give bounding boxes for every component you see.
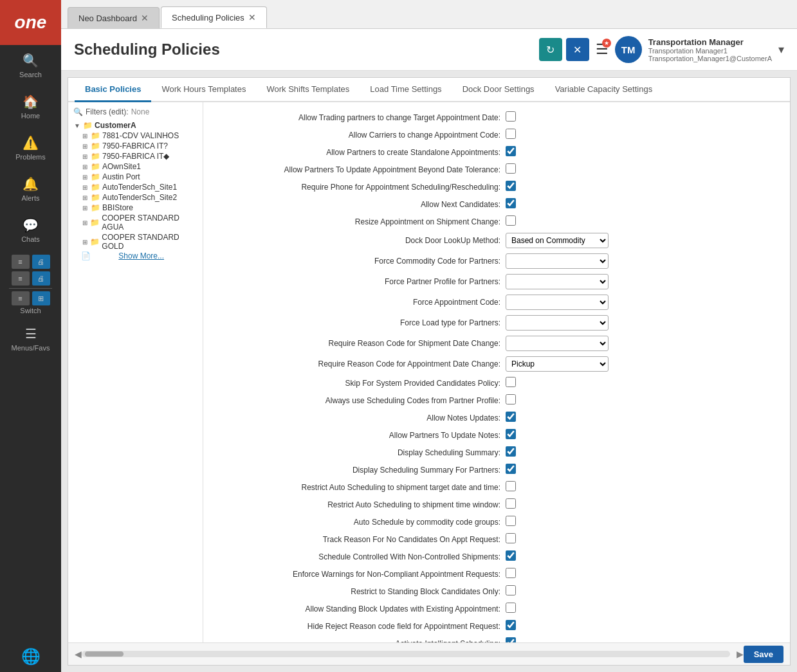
save-button[interactable]: Save: [744, 646, 783, 663]
tab-neo-dashboard[interactable]: Neo Dashboard ✕: [68, 7, 160, 28]
tree-item-show-more[interactable]: 📄 Show More...: [81, 251, 197, 260]
force-partner-profile-select[interactable]: [506, 274, 609, 289]
allow-next-candidates-checkbox[interactable]: [506, 198, 516, 208]
dock-door-lookup-select[interactable]: Based on Commodity Manual Automatic: [506, 233, 609, 248]
close-button[interactable]: ✕: [566, 38, 589, 61]
require-reason-appointment-label: Require Reason Code for Appointment Date…: [216, 359, 506, 368]
allow-partners-standalone-checkbox[interactable]: [506, 146, 516, 156]
resize-appointment-checkbox[interactable]: [506, 215, 516, 226]
force-appointment-code-select[interactable]: [506, 295, 609, 310]
always-use-scheduling-checkbox[interactable]: [506, 394, 516, 404]
require-reason-shipment-control: [506, 336, 609, 351]
track-reason-checkbox[interactable]: [506, 533, 516, 543]
require-reason-appointment-control: Pickup Delivery: [506, 356, 609, 372]
tree-folder-icon: 📁: [91, 141, 100, 150]
tree-item-fabrica2[interactable]: ⊞ 📁 7950-FABRICA IT◆: [81, 151, 197, 161]
tree-root-label: CustomerA: [95, 121, 136, 130]
form-row-restrict-auto-window: Restrict Auto Scheduling to shipment tim…: [216, 496, 777, 513]
allow-carriers-checkbox[interactable]: [506, 129, 516, 139]
tree-item-autotender2[interactable]: ⊞ 📁 AutoTenderSch_Site2: [81, 192, 197, 203]
tree-item-autotender1[interactable]: ⊞ 📁 AutoTenderSch_Site1: [81, 182, 197, 192]
sidebar-item-search[interactable]: 🔍 Search: [0, 45, 61, 86]
allow-standing-block-checkbox[interactable]: [506, 603, 516, 613]
show-more-link[interactable]: Show More...: [95, 251, 164, 260]
skip-system-checkbox[interactable]: [506, 377, 516, 387]
sub-tab-work-shifts[interactable]: Work Shifts Templates: [256, 78, 360, 102]
require-reason-shipment-select[interactable]: [506, 336, 609, 351]
tree-item-aownsite1[interactable]: ⊞ 📁 AOwnSite1: [81, 161, 197, 172]
tree-expand-fabrica2[interactable]: ⊞: [81, 153, 89, 160]
restrict-standing-checkbox[interactable]: [506, 585, 516, 595]
auto-schedule-commodity-control: [506, 516, 516, 528]
require-reason-appointment-select[interactable]: Pickup Delivery: [506, 356, 609, 372]
bottom-bar: ◀ ▶ Save: [68, 642, 790, 665]
sidebar-item-alerts[interactable]: 🔔 Alerts: [0, 168, 61, 210]
sidebar-item-menus[interactable]: ☰ Menus/Favs: [0, 318, 61, 359]
force-load-type-select[interactable]: [506, 315, 609, 331]
tree-expand-bbi[interactable]: ⊞: [81, 204, 89, 212]
tree-item-austin-port[interactable]: ⊞ 📁 Austin Port: [81, 172, 197, 182]
tree-expand-cooper-agua[interactable]: ⊞: [81, 219, 88, 226]
sub-tab-load-time[interactable]: Load Time Settings: [360, 78, 452, 102]
display-summary-partners-checkbox[interactable]: [506, 464, 516, 474]
tree-expand-at2[interactable]: ⊞: [81, 194, 89, 201]
require-phone-checkbox[interactable]: [506, 181, 516, 191]
sidebar-bottom: 🌐: [21, 648, 41, 672]
tab-close-scheduling[interactable]: ✕: [248, 12, 256, 23]
enforce-warnings-label: Enforce Warnings for Non-Compliant Appoi…: [216, 570, 506, 579]
tree-item-cooper-agua[interactable]: ⊞ 📁 COOPER STANDARD AGUA: [81, 213, 197, 232]
switch-icons-row1: ≡ 🖨: [12, 255, 50, 269]
horizontal-scrollbar[interactable]: [82, 651, 730, 657]
form-row-allow-carriers: Allow Carriers to change Appointment Cod…: [216, 126, 777, 143]
globe-icon[interactable]: 🌐: [21, 648, 41, 666]
refresh-button[interactable]: ↻: [539, 38, 562, 61]
sidebar-item-chats[interactable]: 💬 Chats: [0, 210, 61, 251]
sidebar-item-home[interactable]: 🏠 Home: [0, 86, 61, 127]
activate-intelligent-checkbox[interactable]: [506, 637, 516, 642]
allow-carriers-label: Allow Carriers to change Appointment Cod…: [216, 131, 506, 140]
tree-root-toggle[interactable]: ▼: [73, 122, 81, 129]
tree-expand-cooper-gold[interactable]: ⊞: [81, 239, 88, 246]
scroll-right-icon[interactable]: ▶: [737, 649, 744, 659]
user-dropdown-arrow[interactable]: ▾: [778, 42, 784, 57]
tree-item-cooper-gold[interactable]: ⊞ 📁 COOPER STANDARD GOLD: [81, 232, 197, 251]
hide-reject-checkbox[interactable]: [506, 620, 516, 630]
tree-expand-aownsite1[interactable]: ⊞: [81, 163, 89, 170]
display-summary-checkbox[interactable]: [506, 446, 516, 457]
scroll-left-icon[interactable]: ◀: [75, 649, 82, 659]
allow-notes-checkbox[interactable]: [506, 412, 516, 422]
allow-partners-update-checkbox[interactable]: [506, 163, 516, 174]
sub-tab-variable-capacity[interactable]: Variable Capacity Settings: [545, 78, 663, 102]
form-row-skip-system: Skip For System Provided Candidates Poli…: [216, 374, 777, 392]
allow-partners-notes-checkbox[interactable]: [506, 429, 516, 439]
sub-tab-dock-door[interactable]: Dock Door Settings: [452, 78, 545, 102]
tree-expand-at1[interactable]: ⊞: [81, 184, 89, 191]
menu-icon-wrap[interactable]: ☰ ★: [596, 41, 609, 58]
switch-icons-row3: ≡ ⊞: [12, 291, 50, 305]
sidebar-item-switch[interactable]: ≡ 🖨 ≡ 🖨 ≡ ⊞ Switch: [0, 251, 61, 318]
tree-item-label: BBIStore: [102, 203, 133, 212]
restrict-auto-window-checkbox[interactable]: [506, 498, 516, 509]
tab-scheduling-policies[interactable]: Scheduling Policies ✕: [161, 6, 267, 28]
tree-root-item[interactable]: ▼ 📁 CustomerA: [73, 120, 197, 131]
force-commodity-select[interactable]: [506, 253, 609, 269]
tab-close-neo[interactable]: ✕: [141, 13, 149, 23]
allow-trading-checkbox[interactable]: [506, 111, 516, 122]
restrict-auto-target-checkbox[interactable]: [506, 481, 516, 491]
auto-schedule-commodity-checkbox[interactable]: [506, 516, 516, 526]
tree-expand-valinhos[interactable]: ⊞: [81, 132, 89, 140]
topbar: Neo Dashboard ✕ Scheduling Policies ✕: [61, 0, 797, 29]
tree-item-label: COOPER STANDARD AGUA: [102, 213, 197, 232]
tree-expand-fabrica1[interactable]: ⊞: [81, 143, 89, 150]
enforce-warnings-checkbox[interactable]: [506, 568, 516, 578]
sidebar-item-problems[interactable]: ⚠️ Problems: [0, 127, 61, 168]
tree-item-bbistore[interactable]: ⊞ 📁 BBIStore: [81, 203, 197, 213]
sub-tab-basic-policies[interactable]: Basic Policies: [75, 78, 151, 102]
tree-item-valinhos[interactable]: ⊞ 📁 7881-CDV VALINHOS: [81, 131, 197, 141]
tree-item-fabrica1[interactable]: ⊞ 📁 7950-FABRICA IT?: [81, 141, 197, 151]
schedule-controlled-checkbox[interactable]: [506, 550, 516, 561]
scrollbar-thumb[interactable]: [85, 651, 124, 657]
scrollbar-container[interactable]: ◀ ▶: [75, 649, 744, 659]
tree-expand-austin[interactable]: ⊞: [81, 174, 89, 181]
sub-tab-work-hours[interactable]: Work Hours Templates: [151, 78, 256, 102]
